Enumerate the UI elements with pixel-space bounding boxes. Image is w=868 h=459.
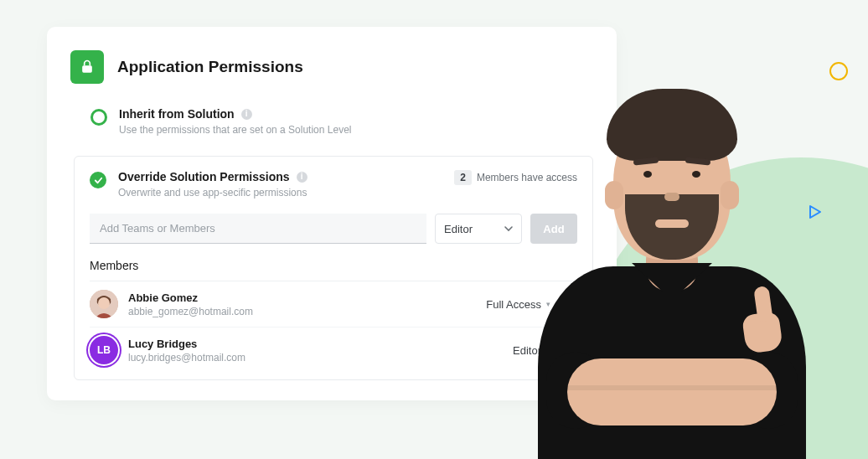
member-email: abbie_gomez@hotmail.com: [128, 306, 253, 317]
option-inherit-desc: Use the permissions that are set on a So…: [119, 124, 352, 136]
decorative-person-illustration: [530, 74, 814, 459]
decorative-ring-icon: [829, 62, 848, 80]
svg-point-2: [98, 297, 110, 309]
avatar: [90, 290, 118, 318]
option-inherit[interactable]: Inherit from Solution i Use the permissi…: [70, 107, 593, 136]
option-inherit-title: Inherit from Solution: [119, 107, 235, 121]
radio-unselected-icon: [90, 109, 107, 126]
page-title: Application Permissions: [117, 58, 303, 76]
lock-icon: [70, 50, 104, 84]
add-member-row: Editor Add: [90, 214, 577, 244]
member-row: Abbie Gomez abbie_gomez@hotmail.com Full…: [90, 281, 577, 327]
member-name: Abbie Gomez: [128, 291, 253, 304]
avatar: LB: [90, 336, 118, 364]
member-name: Lucy Bridges: [128, 338, 245, 350]
override-panel: Override Solution Permissions i Overwrit…: [74, 156, 593, 380]
thumbs-up-icon: [744, 286, 784, 352]
info-icon[interactable]: i: [297, 172, 307, 183]
svg-rect-0: [82, 65, 92, 72]
role-select[interactable]: Editor: [435, 214, 522, 244]
card-header: Application Permissions: [70, 50, 593, 84]
members-heading: Members: [90, 259, 577, 281]
chevron-down-icon: [504, 223, 513, 235]
radio-selected-icon: [90, 172, 106, 188]
count-badge: 2: [454, 170, 472, 185]
member-email: lucy.bridges@hotmail.com: [128, 352, 245, 364]
member-row: LB Lucy Bridges lucy.bridges@hotmail.com…: [90, 327, 577, 373]
role-select-value: Editor: [444, 223, 473, 235]
option-override-title: Override Solution Permissions: [118, 170, 290, 183]
info-icon[interactable]: i: [241, 109, 252, 120]
add-member-input[interactable]: [90, 214, 426, 244]
avatar-initials: LB: [97, 344, 111, 356]
option-override[interactable]: Override Solution Permissions i Overwrit…: [90, 170, 577, 199]
option-override-desc: Overwrite and use app-secific permission…: [118, 187, 307, 199]
